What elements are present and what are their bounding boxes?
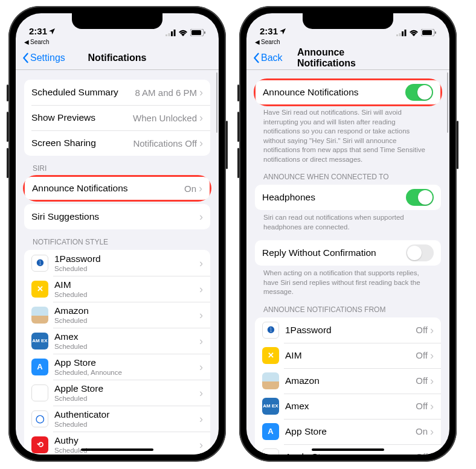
breadcrumb-chevron-icon: ◀ xyxy=(24,39,29,45)
app-value: Off xyxy=(416,401,428,411)
app-value: On xyxy=(416,426,428,436)
app-label: App Store xyxy=(54,357,199,368)
siri-header: SIRI xyxy=(24,164,210,176)
chevron-right-icon: › xyxy=(430,350,434,361)
app-icon: ➊ xyxy=(31,255,48,272)
app-value: Off xyxy=(416,451,428,455)
app-sub: Scheduled xyxy=(54,421,199,428)
app-row[interactable]: Apple Store Scheduled › xyxy=(24,380,210,406)
app-row[interactable]: ✕ AIM Off› xyxy=(255,343,441,368)
app-row[interactable]: Amazon Scheduled › xyxy=(24,302,210,328)
style-header: NOTIFICATION STYLE xyxy=(24,238,210,250)
app-icon: ◯ xyxy=(31,410,48,427)
app-icon: AM EX xyxy=(262,398,279,415)
app-value: Off xyxy=(416,325,428,335)
app-label: 1Password xyxy=(285,325,416,336)
chevron-right-icon: › xyxy=(430,401,434,412)
headphones-toggle[interactable] xyxy=(406,189,434,206)
app-value: Off xyxy=(416,350,428,360)
settings-row[interactable]: Show Previews When Unlocked› xyxy=(24,105,210,130)
chevron-right-icon: › xyxy=(199,284,203,295)
app-label: Amazon xyxy=(54,305,199,316)
app-row[interactable]: ⟲ Authy Scheduled › xyxy=(24,432,210,455)
announce-notifications-row[interactable]: Announce Notifications xyxy=(256,80,440,104)
app-label: Amazon xyxy=(285,375,416,386)
chevron-right-icon: › xyxy=(430,451,434,455)
settings-row[interactable]: Screen Sharing Notifications Off› xyxy=(24,130,210,156)
app-label: AIM xyxy=(285,350,416,361)
app-row[interactable]: ➊ 1Password Off› xyxy=(255,317,441,343)
app-row[interactable]: ➊ 1Password Scheduled › xyxy=(24,250,210,276)
chevron-right-icon: › xyxy=(199,413,203,424)
breadcrumb-label: Search xyxy=(261,39,280,45)
nav-bar: Back Announce Notifications xyxy=(246,46,449,70)
breadcrumb[interactable]: ◀ Search xyxy=(246,37,449,46)
chevron-right-icon: › xyxy=(199,388,203,398)
scroll-indicator[interactable] xyxy=(216,72,218,133)
app-label: Apple Store xyxy=(54,383,199,394)
app-row[interactable]: A App Store Scheduled, Announce › xyxy=(24,354,210,380)
app-icon xyxy=(31,307,48,324)
chevron-right-icon: › xyxy=(199,183,202,194)
headphones-footer: Siri can read out notifications when sup… xyxy=(255,210,441,232)
app-row[interactable]: A App Store On› xyxy=(255,419,441,444)
settings-row[interactable]: Scheduled Summary 8 AM and 6 PM› xyxy=(24,80,210,105)
phone-left: 2:31 ◀ Search Settings Notifications xyxy=(8,6,226,462)
announce-row-highlight: Announce Notifications On› xyxy=(23,175,211,202)
breadcrumb[interactable]: ◀ Search xyxy=(16,37,219,46)
headphones-label: Headphones xyxy=(262,192,406,203)
app-row[interactable]: ◯ Authenticator Scheduled › xyxy=(24,406,210,432)
app-label: Authy xyxy=(54,435,199,446)
app-icon: ✕ xyxy=(31,281,48,298)
app-sub: Scheduled xyxy=(54,343,199,350)
page-title: Notifications xyxy=(88,53,147,63)
reply-row[interactable]: Reply Without Confirmation xyxy=(255,240,441,266)
svg-rect-5 xyxy=(191,30,201,35)
chevron-right-icon: › xyxy=(430,426,434,437)
back-label: Settings xyxy=(30,53,65,63)
row-label: Announce Notifications xyxy=(32,183,184,194)
headphones-row[interactable]: Headphones xyxy=(255,185,441,210)
app-icon: A xyxy=(31,359,48,375)
chevron-left-icon xyxy=(252,53,260,63)
chevron-right-icon: › xyxy=(199,362,203,372)
back-button[interactable]: Back xyxy=(252,53,283,63)
reply-toggle[interactable] xyxy=(406,244,434,261)
app-icon: ✕ xyxy=(262,347,279,364)
settings-row[interactable]: Announce Notifications On› xyxy=(25,177,210,200)
announce-footer: Have Siri read out notifications. Siri w… xyxy=(255,105,441,164)
row-label: Siri Suggestions xyxy=(31,211,197,222)
app-row[interactable]: AM EX Amex Off› xyxy=(255,394,441,419)
chevron-right-icon: › xyxy=(199,336,203,346)
back-button[interactable]: Settings xyxy=(22,53,65,63)
svg-rect-0 xyxy=(166,34,167,36)
chevron-right-icon: › xyxy=(199,439,203,450)
announce-toggle[interactable] xyxy=(405,84,433,101)
phone-right: 2:31 ◀ Search Back Announce Notification… xyxy=(239,6,457,462)
app-icon xyxy=(31,384,48,401)
settings-row[interactable]: Siri Suggestions › xyxy=(24,204,210,229)
announce-toggle-highlight: Announce Notifications xyxy=(254,78,442,106)
scroll-indicator[interactable] xyxy=(447,72,449,133)
app-row[interactable]: Amazon Off› xyxy=(255,368,441,394)
home-indicator[interactable] xyxy=(312,448,384,451)
top-group: Scheduled Summary 8 AM and 6 PM› Show Pr… xyxy=(24,80,210,156)
app-icon xyxy=(262,448,279,455)
app-row[interactable]: ✕ AIM Scheduled › xyxy=(24,276,210,302)
row-label: Scheduled Summary xyxy=(31,87,135,98)
svg-rect-13 xyxy=(435,31,436,34)
row-value: When Unlocked xyxy=(133,113,197,123)
home-indicator[interactable] xyxy=(81,448,153,451)
reply-label: Reply Without Confirmation xyxy=(262,247,406,258)
app-sub: Scheduled xyxy=(54,265,199,272)
chevron-right-icon: › xyxy=(199,258,203,269)
chevron-right-icon: › xyxy=(430,325,434,336)
svg-rect-12 xyxy=(422,30,432,35)
back-label: Back xyxy=(261,53,283,63)
svg-rect-9 xyxy=(402,31,404,36)
wifi-icon xyxy=(409,30,419,36)
app-icon: AM EX xyxy=(31,333,48,349)
svg-rect-6 xyxy=(204,31,205,34)
app-row[interactable]: AM EX Amex Scheduled › xyxy=(24,328,210,354)
app-value: Off xyxy=(416,375,428,386)
